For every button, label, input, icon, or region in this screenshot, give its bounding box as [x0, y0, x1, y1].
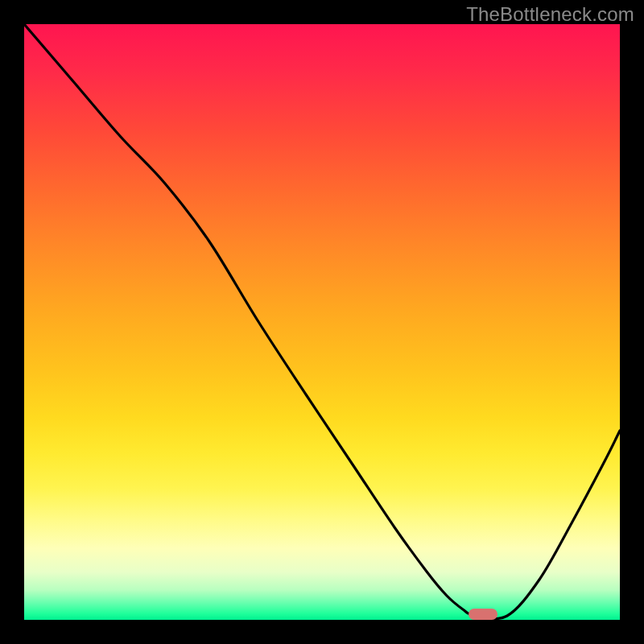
bottleneck-curve: [24, 24, 620, 619]
plot-area: [24, 24, 620, 620]
curve-svg: [24, 24, 620, 620]
optimal-marker: [469, 609, 497, 620]
watermark-text: TheBottleneck.com: [466, 3, 634, 26]
chart-frame: TheBottleneck.com: [0, 0, 644, 644]
